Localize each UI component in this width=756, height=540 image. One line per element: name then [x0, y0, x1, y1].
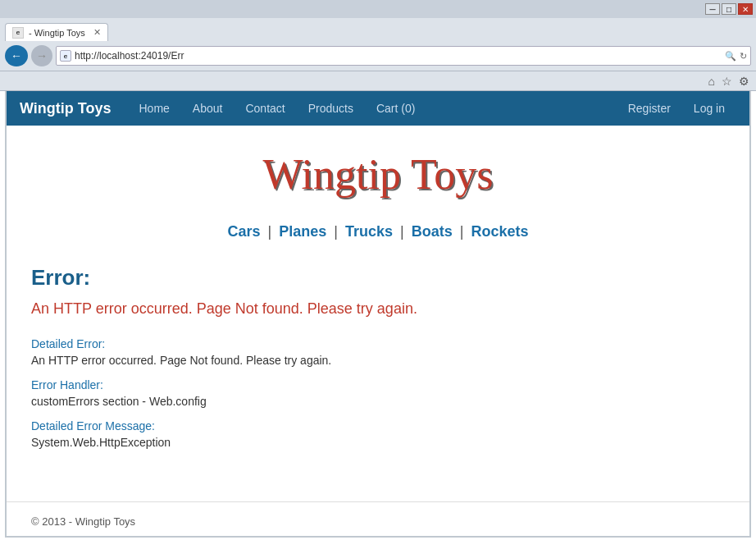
back-button[interactable]: ←: [5, 45, 28, 66]
favorites-icon[interactable]: ☆: [722, 75, 732, 88]
address-url: http://localhost:24019/Err: [75, 50, 722, 62]
category-boats[interactable]: Boats: [412, 223, 453, 240]
browser-tab[interactable]: e - Wingtip Toys ✕: [5, 23, 108, 41]
error-message-value: System.Web.HttpException: [31, 436, 725, 449]
nav-register[interactable]: Register: [617, 91, 682, 126]
nav-right: Register Log in: [617, 91, 736, 126]
site-navigation: Wingtip Toys Home About Contact Products…: [7, 91, 749, 126]
title-bar: ─ □ ✕: [0, 0, 756, 18]
search-icon[interactable]: 🔍: [725, 51, 736, 62]
detailed-error-label: Detailed Error:: [31, 337, 725, 350]
error-handler-label: Error Handler:: [31, 378, 725, 391]
forward-button[interactable]: →: [31, 45, 52, 66]
minimize-button[interactable]: ─: [705, 3, 720, 15]
category-trucks[interactable]: Trucks: [345, 223, 393, 240]
category-rockets[interactable]: Rockets: [471, 223, 528, 240]
address-favicon: e: [60, 50, 71, 62]
close-button[interactable]: ✕: [738, 3, 753, 15]
settings-icon[interactable]: ⚙: [739, 75, 749, 88]
error-heading: Error:: [31, 265, 725, 291]
nav-login[interactable]: Log in: [682, 91, 736, 126]
category-sep-4: |: [460, 223, 464, 240]
category-sep-3: |: [400, 223, 404, 240]
nav-bar: ← → e http://localhost:24019/Err 🔍 ↻: [0, 41, 756, 71]
browser-chrome: ─ □ ✕ e - Wingtip Toys ✕ ← → e http://lo…: [0, 0, 756, 91]
category-cars[interactable]: Cars: [227, 223, 260, 240]
website-frame: Wingtip Toys Home About Contact Products…: [5, 91, 751, 538]
refresh-button[interactable]: ↻: [740, 51, 747, 62]
tab-bar: e - Wingtip Toys ✕: [0, 18, 756, 41]
category-sep-1: |: [268, 223, 272, 240]
category-sep-2: |: [334, 223, 338, 240]
site-brand: Wingtip Toys: [20, 100, 112, 117]
site-title: Wingtip Toys: [31, 142, 725, 207]
detailed-error-value: An HTTP error occurred. Page Not found. …: [31, 354, 725, 367]
nav-cart[interactable]: Cart (0): [365, 91, 426, 126]
nav-home[interactable]: Home: [128, 91, 181, 126]
site-footer: © 2013 - Wingtip Toys: [7, 501, 749, 538]
nav-products[interactable]: Products: [297, 91, 365, 126]
address-bar-container: e http://localhost:24019/Err 🔍 ↻: [56, 46, 751, 66]
nav-contact[interactable]: Contact: [234, 91, 296, 126]
maximize-button[interactable]: □: [722, 3, 736, 15]
error-handler-value: customErrors section - Web.config: [31, 395, 725, 408]
tab-title: - Wingtip Toys: [29, 28, 85, 38]
tab-favicon: e: [12, 27, 24, 39]
category-navigation: Cars | Planes | Trucks | Boats | Rockets: [31, 223, 725, 240]
category-planes[interactable]: Planes: [279, 223, 326, 240]
error-message-label: Detailed Error Message:: [31, 419, 725, 432]
home-icon[interactable]: ⌂: [708, 75, 715, 88]
main-content: Wingtip Toys Cars | Planes | Trucks | Bo…: [7, 126, 749, 477]
footer-text: © 2013 - Wingtip Toys: [31, 515, 135, 528]
tab-close-button[interactable]: ✕: [93, 27, 101, 38]
error-message: An HTTP error occurred. Page Not found. …: [31, 300, 725, 318]
nav-about[interactable]: About: [181, 91, 235, 126]
browser-toolbar: ⌂ ☆ ⚙: [0, 71, 756, 90]
